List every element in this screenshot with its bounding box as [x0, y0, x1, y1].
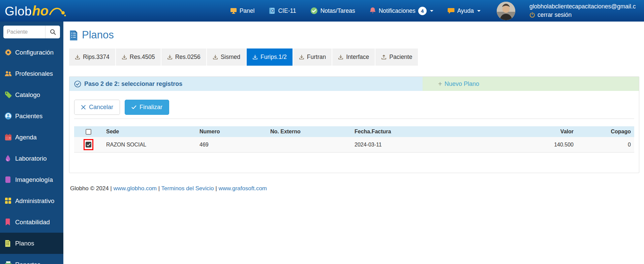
sidebar-item-profesionales[interactable]: Profesionales: [0, 63, 63, 84]
tab-res4505[interactable]: Res.4505: [116, 48, 161, 66]
new-plan-label: Nuevo Plano: [444, 80, 479, 88]
sidebar-label: Imagenología: [15, 176, 53, 184]
footer: Globho © 2024 | www.globho.com | Termino…: [70, 185, 639, 192]
nav-item-notas-tareas[interactable]: Notas/Tareas: [310, 7, 355, 14]
notification-count-badge: 4: [418, 7, 427, 15]
column-header-sede: Sede: [103, 126, 196, 137]
tab-paciente[interactable]: Paciente: [375, 48, 418, 66]
sidebar: Configuración Profesionales Catalogo Pac…: [0, 22, 63, 264]
user-block: globholabclientecapacitaciones@gmail.c c…: [529, 2, 644, 20]
sidebar-item-administrativo[interactable]: Administrativo: [0, 190, 63, 211]
tab-label: Furips.1/2: [260, 54, 287, 61]
footer-separator: |: [215, 185, 217, 192]
footer-link-globho[interactable]: www.globho.com: [114, 185, 157, 192]
footer-link-grafosoft[interactable]: www.grafosoft.com: [218, 185, 267, 192]
sidebar-label: Catalogo: [15, 91, 40, 99]
sidebar-item-laboratorio[interactable]: Laboratorio: [0, 148, 63, 169]
step-indicator: Paso 2 de 2: seleccionar registros: [69, 77, 423, 91]
logout-label: cerrar sesión: [538, 11, 572, 19]
power-icon: [529, 12, 535, 18]
sidebar-item-configuracion[interactable]: Configuración: [0, 42, 63, 63]
nav-item-ayuda[interactable]: Ayuda: [448, 7, 481, 14]
sidebar-item-contabilidad[interactable]: Contabilidad: [0, 211, 63, 233]
records-panel: Paso 2 de 2: seleccionar registros + Nue…: [69, 76, 639, 173]
check-circle-icon: [310, 7, 318, 14]
printer-icon: [5, 261, 12, 264]
tag-icon: [5, 91, 12, 98]
document-icon: [69, 30, 78, 40]
sidebar-item-agenda[interactable]: Agenda: [0, 127, 63, 148]
grid-icon: [5, 197, 12, 204]
footer-copyright: Globho © 2024: [70, 185, 109, 192]
tab-interface[interactable]: Interface: [332, 48, 375, 66]
tab-sismed[interactable]: Sismed: [207, 48, 246, 66]
sidebar-label: Reportes: [15, 261, 40, 264]
column-header-numero: Numero: [196, 126, 267, 137]
person-circle-icon: [5, 112, 12, 120]
download-icon: [75, 55, 80, 60]
cell-no-externo: [267, 137, 351, 153]
bell-icon: [369, 7, 376, 14]
nav-label-ayuda: Ayuda: [457, 7, 474, 14]
search-icon: [50, 29, 56, 35]
new-plan-button[interactable]: + Nuevo Plano: [423, 77, 639, 91]
row-checkbox[interactable]: [86, 142, 91, 147]
logout-button[interactable]: cerrar sesión: [529, 11, 644, 19]
top-navbar: Glob ho Panel CIE-11 Notas/Tareas: [0, 0, 644, 22]
bookmark-icon: [5, 219, 12, 226]
tab-label: Res.0256: [175, 54, 201, 61]
cell-valor: 140.500: [493, 137, 577, 153]
square-icon: [5, 176, 12, 183]
upload-icon: [381, 55, 387, 60]
patient-search-input[interactable]: [3, 26, 45, 38]
select-all-checkbox[interactable]: [86, 129, 91, 135]
sidebar-label: Agenda: [15, 134, 37, 141]
tab-furips12[interactable]: Furips.1/2: [247, 48, 293, 66]
footer-separator: |: [110, 185, 112, 192]
sidebar-item-pacientes[interactable]: Pacientes: [0, 105, 63, 127]
monitor-icon: [230, 7, 237, 14]
navbar-menu: Panel CIE-11 Notas/Tareas Notificaciones…: [230, 2, 644, 20]
finish-button[interactable]: Finalizar: [125, 100, 169, 115]
cancel-button[interactable]: Cancelar: [74, 100, 120, 115]
sidebar-label: Pacientes: [15, 112, 42, 120]
download-icon: [213, 55, 218, 60]
sidebar-item-imagenologia[interactable]: Imagenología: [0, 169, 63, 190]
tab-label: Sismed: [221, 54, 240, 61]
download-icon: [338, 55, 343, 60]
nav-label-cie11: CIE-11: [278, 7, 296, 14]
sidebar-item-catalogo[interactable]: Catalogo: [0, 84, 63, 105]
user-avatar[interactable]: [497, 2, 515, 20]
sidebar-label: Configuración: [15, 49, 54, 56]
check-circle-outline-icon: [74, 80, 81, 88]
sidebar-item-planos[interactable]: Planos: [0, 233, 63, 254]
step-label: Paso 2 de 2: seleccionar registros: [84, 80, 182, 88]
logo-text-ho: ho: [32, 3, 49, 19]
sidebar-item-reportes[interactable]: Reportes: [0, 254, 63, 264]
sidebar-label: Planos: [15, 240, 34, 247]
download-icon: [122, 55, 127, 60]
nav-item-notificaciones[interactable]: Notificaciones 4: [369, 7, 433, 15]
calendar-icon: [5, 134, 12, 141]
tab-res0256[interactable]: Res.0256: [161, 48, 206, 66]
nav-item-panel[interactable]: Panel: [230, 7, 255, 14]
chat-icon: [448, 7, 455, 14]
sidebar-label: Profesionales: [15, 70, 53, 77]
records-table: Sede Numero No. Externo Fecha.Factura Va…: [74, 126, 634, 153]
tab-label: Rips.3374: [83, 54, 110, 61]
download-icon: [167, 55, 173, 60]
tab-rips3374[interactable]: Rips.3374: [69, 48, 115, 66]
search-button[interactable]: [45, 26, 60, 38]
tab-furtran[interactable]: Furtran: [293, 48, 332, 66]
panel-body: Cancelar Finalizar Sede Numero No: [69, 91, 639, 173]
page-title: Planos: [69, 29, 639, 41]
plus-icon: +: [438, 80, 442, 88]
footer-link-terminos[interactable]: Terminos del Sevicio: [161, 185, 214, 192]
divider: [74, 119, 634, 119]
nav-label-panel: Panel: [240, 7, 255, 14]
nav-item-cie11[interactable]: CIE-11: [269, 7, 296, 14]
column-header-no-externo: No. Externo: [267, 126, 351, 137]
globho-logo[interactable]: Glob ho: [5, 3, 67, 19]
sidebar-label: Contabilidad: [15, 219, 50, 226]
cell-numero: 469: [196, 137, 267, 153]
